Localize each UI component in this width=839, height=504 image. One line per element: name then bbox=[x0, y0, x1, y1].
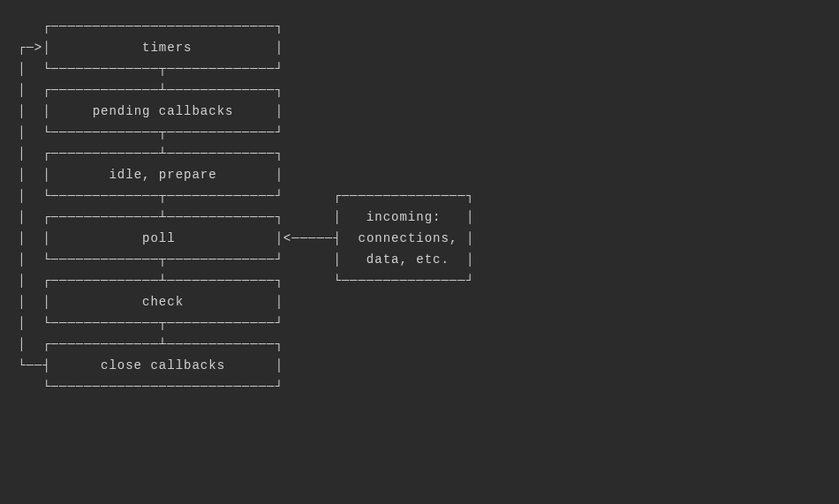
diagram-row: │ │ idle, prepare │ bbox=[18, 168, 283, 182]
diagram-row: │ └─────────────┬─────────────┘ bbox=[18, 62, 283, 76]
diagram-row: │ ┌─────────────┴─────────────┐ bbox=[18, 337, 283, 351]
diagram-row: └──┤ close callbacks │ bbox=[18, 358, 283, 372]
phase-idle-prepare: idle, prepare bbox=[109, 168, 216, 182]
sidebox-line-1: incoming: bbox=[367, 210, 442, 224]
diagram-row: │ ┌─────────────┴─────────────┐ bbox=[18, 147, 283, 161]
phase-pending-callbacks: pending callbacks bbox=[93, 104, 234, 118]
diagram-row: │ ┌─────────────┴─────────────┐ bbox=[18, 83, 283, 97]
diagram-row: │ └─────────────┬─────────────┘ bbox=[18, 316, 283, 330]
phase-close-callbacks: close callbacks bbox=[101, 358, 225, 372]
diagram-row: │ │ check │ bbox=[18, 295, 283, 309]
diagram-row: │ │ poll │<─────┤ connections, │ bbox=[18, 231, 474, 245]
entry-arrow-icon: ─> bbox=[26, 41, 42, 55]
diagram-row: ┌─>│ timers │ bbox=[18, 41, 283, 55]
sidebox-line-3: data, etc. bbox=[367, 252, 450, 267]
sidebox-line-2: connections, bbox=[359, 231, 458, 245]
diagram-row: │ └─────────────┬─────────────┘ │ data, … bbox=[18, 252, 474, 267]
diagram-row: │ ┌─────────────┴─────────────┐ └───────… bbox=[18, 274, 474, 288]
diagram-row: │ └─────────────┬─────────────┘ bbox=[18, 125, 283, 139]
event-loop-diagram: ┌───────────────────────────┐ ┌─>│ timer… bbox=[0, 0, 839, 413]
phase-poll: poll bbox=[142, 231, 176, 245]
diagram-row: └───────────────────────────┘ bbox=[18, 380, 283, 394]
phase-arrow-icon: <───── bbox=[283, 231, 333, 245]
diagram-row: │ │ pending callbacks │ bbox=[18, 104, 283, 118]
diagram-row: │ ┌─────────────┴─────────────┐ │ incomi… bbox=[18, 210, 474, 224]
diagram-row: │ └─────────────┬─────────────┘ ┌───────… bbox=[18, 189, 474, 203]
phase-check: check bbox=[142, 295, 184, 309]
phase-timers: timers bbox=[142, 41, 192, 55]
diagram-row: ┌───────────────────────────┐ bbox=[18, 19, 283, 34]
